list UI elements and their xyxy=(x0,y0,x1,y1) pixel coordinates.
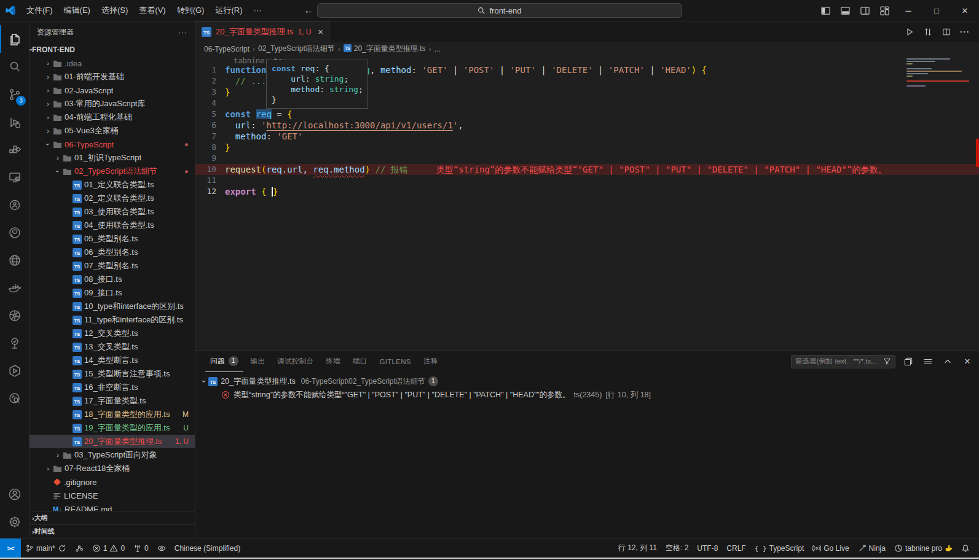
status-item-left-4[interactable] xyxy=(153,539,170,558)
tree-item-9[interactable]: TS01_定义联合类型.ts xyxy=(29,178,195,192)
status-item-right-5[interactable]: Go Live xyxy=(808,539,853,558)
panel-tab-端口[interactable]: 端口 xyxy=(348,351,372,372)
tree-item-6[interactable]: ›06-TypeScript● xyxy=(29,138,195,151)
panel-tab-终端[interactable]: 终端 xyxy=(321,351,345,372)
compare-changes-icon[interactable] xyxy=(920,25,936,39)
menu-5[interactable]: 运行(R) xyxy=(210,3,248,18)
command-center-search[interactable]: front-end xyxy=(317,3,682,18)
tree-item-1[interactable]: ›01-前端开发基础 xyxy=(29,70,195,84)
problems-filter-input[interactable]: 筛选器(例如 text、**/*.ts... xyxy=(791,355,895,368)
tree-item-30[interactable]: ›07-React18全家桶 xyxy=(29,462,195,475)
tree-item-25[interactable]: TS17_字面量类型.ts xyxy=(29,394,195,408)
toggle-secondary-sidebar-icon[interactable] xyxy=(855,2,875,18)
menu-2[interactable]: 选择(S) xyxy=(96,3,133,18)
breadcrumb-item-0[interactable]: 06-TypeScript xyxy=(204,45,250,53)
activity-extensions-icon[interactable] xyxy=(0,136,29,163)
sidebar-section-1[interactable]: ›时间线 xyxy=(29,524,195,538)
menu-4[interactable]: 转到(G) xyxy=(171,3,210,18)
tree-item-23[interactable]: TS15_类型断言注意事项.ts xyxy=(29,367,195,381)
collapse-all-icon[interactable] xyxy=(902,355,915,368)
minimize-button[interactable]: ─ xyxy=(894,0,922,21)
status-item-left-1[interactable] xyxy=(71,539,88,558)
remote-indicator[interactable]: >< xyxy=(0,539,21,558)
activity-live-preview-icon[interactable] xyxy=(0,357,29,384)
tree-item-17[interactable]: TS09_接口.ts xyxy=(29,286,195,300)
tree-item-7[interactable]: ›01_初识TypeScript xyxy=(29,151,195,165)
activity-live-share-icon[interactable] xyxy=(0,191,29,219)
tree-item-2[interactable]: ›02-JavaScript xyxy=(29,84,195,97)
status-item-right-3[interactable]: CRLF xyxy=(722,539,750,558)
breadcrumb-item-1[interactable]: 02_TypeScript语法细节 xyxy=(258,44,335,54)
tree-item-24[interactable]: TS16_非空断言.ts xyxy=(29,381,195,394)
sidebar-section-0[interactable]: ›大纲 xyxy=(29,511,195,524)
menu-0[interactable]: 文件(F) xyxy=(21,3,58,18)
sidebar-more-actions[interactable]: ··· xyxy=(178,28,187,37)
menu-1[interactable]: 编辑(E) xyxy=(58,3,96,18)
status-item-left-2[interactable]: 10 xyxy=(88,539,129,558)
status-item-left-3[interactable]: 0 xyxy=(129,539,153,558)
activity-docker-icon[interactable] xyxy=(0,274,29,301)
activity-source-control-icon[interactable]: 3 xyxy=(0,80,29,108)
activity-kubernetes-icon[interactable] xyxy=(0,301,29,329)
breadcrumb-item-2[interactable]: TS20_字面量类型推理.ts xyxy=(344,44,426,54)
status-item-right-7[interactable]: tabnine pro xyxy=(890,539,957,558)
status-item-right-4[interactable]: { }TypeScript xyxy=(750,539,809,558)
tree-item-31[interactable]: .gitignore xyxy=(29,475,195,489)
tree-item-14[interactable]: TS06_类型别名.ts xyxy=(29,246,195,259)
code-line-6[interactable]: 6 url: 'http://localhost:3000/api/v1/use… xyxy=(195,120,979,131)
tree-item-21[interactable]: TS13_交叉类型.ts xyxy=(29,340,195,354)
code-line-12[interactable]: 12export { } xyxy=(195,186,979,197)
status-item-right-8[interactable] xyxy=(957,539,974,558)
close-button[interactable]: ✕ xyxy=(951,0,979,21)
workspace-root[interactable]: › FRONT-END xyxy=(29,43,195,56)
customize-layout-icon[interactable] xyxy=(875,2,894,18)
tree-item-22[interactable]: TS14_类型断言.ts xyxy=(29,354,195,367)
tree-item-27[interactable]: TS19_字面量类型的应用.tsU xyxy=(29,421,195,435)
activity-testing-icon[interactable] xyxy=(0,329,29,357)
code-editor[interactable]: tabnine: te 1function request(url: strin… xyxy=(195,56,979,350)
maximize-button[interactable]: □ xyxy=(922,0,951,21)
activity-settings-gear-icon[interactable] xyxy=(0,508,29,535)
tree-item-13[interactable]: TS05_类型别名.ts xyxy=(29,232,195,246)
menu-6[interactable]: ··· xyxy=(248,3,267,18)
problem-error-row[interactable]: 类型“string”的参数不能赋给类型“"GET" | "POST" | "PU… xyxy=(195,388,979,402)
tree-item-32[interactable]: LICENSE xyxy=(29,489,195,502)
activity-code-scan-icon[interactable] xyxy=(0,384,29,412)
activity-search-icon[interactable] xyxy=(0,53,29,80)
tree-item-33[interactable]: M↓README.md xyxy=(29,502,195,511)
tree-item-12[interactable]: TS04_使用联合类型.ts xyxy=(29,219,195,232)
problems-file-group[interactable]: › TS 20_字面量类型推理.ts 06-TypeScript\02_Type… xyxy=(195,375,979,388)
code-line-8[interactable]: 8} xyxy=(195,142,979,153)
more-actions-icon[interactable]: ··· xyxy=(957,25,973,39)
tree-item-5[interactable]: ›05-Vue3全家桶 xyxy=(29,124,195,138)
panel-tab-GITLENS[interactable]: GITLENS xyxy=(374,351,415,372)
toggle-primary-sidebar-icon[interactable] xyxy=(816,2,835,18)
panel-tab-输出[interactable]: 输出 xyxy=(246,351,270,372)
panel-tab-调试控制台[interactable]: 调试控制台 xyxy=(272,351,318,372)
tree-item-29[interactable]: ›03_TypeScript面向对象 xyxy=(29,448,195,462)
tab-active-file[interactable]: TS 20_字面量类型推理.ts 1, U × xyxy=(195,21,330,42)
minimap[interactable] xyxy=(906,58,969,88)
tree-item-28[interactable]: TS20_字面量类型推理.ts1, U xyxy=(29,435,195,448)
view-mode-icon[interactable] xyxy=(921,355,935,368)
tree-item-26[interactable]: TS18_字面量类型的应用.tsM xyxy=(29,408,195,421)
close-panel-icon[interactable]: ✕ xyxy=(961,355,974,368)
tree-item-10[interactable]: TS02_定义联合类型.ts xyxy=(29,192,195,205)
tree-item-4[interactable]: ›04-前端工程化基础 xyxy=(29,111,195,124)
status-item-left-5[interactable]: Chinese (Simplified) xyxy=(170,539,245,558)
status-item-left-0[interactable]: main* xyxy=(21,539,71,558)
code-line-11[interactable]: 11 xyxy=(195,175,979,186)
code-line-10[interactable]: 10request(req.url, req.method) // 报错类型“s… xyxy=(195,164,979,175)
activity-run-debug-icon[interactable] xyxy=(0,108,29,136)
tree-item-15[interactable]: TS07_类型别名.ts xyxy=(29,259,195,273)
tab-close-icon[interactable]: × xyxy=(318,27,323,37)
tree-item-16[interactable]: TS08_接口.ts xyxy=(29,273,195,286)
code-line-7[interactable]: 7 method: 'GET' xyxy=(195,131,979,142)
status-item-right-0[interactable]: 行 12, 列 11 xyxy=(614,539,661,558)
breadcrumb-item-3[interactable]: ... xyxy=(434,45,440,53)
activity-remote-explorer-icon[interactable] xyxy=(0,163,29,191)
tree-item-11[interactable]: TS03_使用联合类型.ts xyxy=(29,205,195,219)
status-item-right-2[interactable]: UTF-8 xyxy=(693,539,722,558)
activity-github-icon[interactable] xyxy=(0,219,29,246)
activity-sphere-icon[interactable] xyxy=(0,246,29,274)
